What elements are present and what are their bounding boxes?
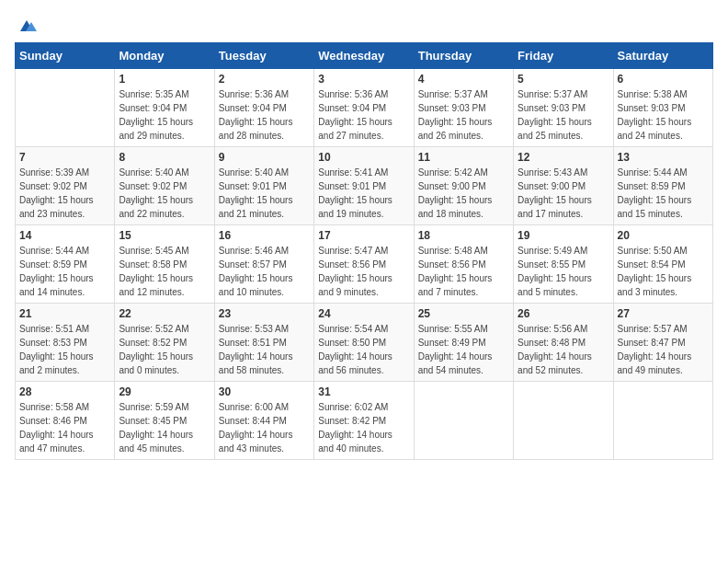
day-info: Sunrise: 5:55 AMSunset: 8:49 PMDaylight:… xyxy=(418,322,509,377)
day-number: 7 xyxy=(19,151,110,164)
calendar-cell: 9Sunrise: 5:40 AMSunset: 9:01 PMDaylight… xyxy=(214,147,313,225)
header-day-tuesday: Tuesday xyxy=(214,43,313,69)
calendar-cell: 24Sunrise: 5:54 AMSunset: 8:50 PMDayligh… xyxy=(314,304,414,382)
calendar-cell: 14Sunrise: 5:44 AMSunset: 8:59 PMDayligh… xyxy=(16,225,115,304)
day-number: 12 xyxy=(518,151,609,164)
calendar-cell: 29Sunrise: 5:59 AMSunset: 8:45 PMDayligh… xyxy=(115,382,214,460)
calendar-cell: 20Sunrise: 5:50 AMSunset: 8:54 PMDayligh… xyxy=(613,225,712,304)
day-number: 8 xyxy=(119,151,210,164)
day-info: Sunrise: 5:44 AMSunset: 8:59 PMDaylight:… xyxy=(618,166,709,221)
calendar-cell: 28Sunrise: 5:58 AMSunset: 8:46 PMDayligh… xyxy=(16,382,115,460)
day-number: 10 xyxy=(318,151,409,164)
day-info: Sunrise: 5:37 AMSunset: 9:03 PMDaylight:… xyxy=(418,87,509,143)
calendar-cell xyxy=(16,69,115,147)
day-info: Sunrise: 6:02 AMSunset: 8:42 PMDaylight:… xyxy=(318,400,409,455)
day-number: 20 xyxy=(618,229,709,242)
day-info: Sunrise: 5:44 AMSunset: 8:59 PMDaylight:… xyxy=(19,244,110,299)
calendar-cell: 3Sunrise: 5:36 AMSunset: 9:04 PMDaylight… xyxy=(314,69,414,147)
day-info: Sunrise: 5:50 AMSunset: 8:54 PMDaylight:… xyxy=(618,244,709,299)
day-number: 3 xyxy=(318,73,409,86)
day-info: Sunrise: 5:37 AMSunset: 9:03 PMDaylight:… xyxy=(518,87,609,143)
day-number: 18 xyxy=(418,229,509,242)
header-day-friday: Friday xyxy=(514,43,613,69)
day-number: 31 xyxy=(318,385,409,398)
calendar-cell: 2Sunrise: 5:36 AMSunset: 9:04 PMDaylight… xyxy=(214,69,313,147)
calendar-cell: 19Sunrise: 5:49 AMSunset: 8:55 PMDayligh… xyxy=(514,225,613,304)
day-number: 27 xyxy=(618,307,709,320)
day-info: Sunrise: 5:42 AMSunset: 9:00 PMDaylight:… xyxy=(418,166,509,221)
calendar-cell: 10Sunrise: 5:41 AMSunset: 9:01 PMDayligh… xyxy=(314,147,414,225)
calendar-cell: 8Sunrise: 5:40 AMSunset: 9:02 PMDaylight… xyxy=(115,147,214,225)
day-number: 11 xyxy=(418,151,509,164)
day-number: 22 xyxy=(119,307,210,320)
calendar-cell: 17Sunrise: 5:47 AMSunset: 8:56 PMDayligh… xyxy=(314,225,414,304)
calendar-table: SundayMondayTuesdayWednesdayThursdayFrid… xyxy=(15,42,713,460)
calendar-cell: 4Sunrise: 5:37 AMSunset: 9:03 PMDaylight… xyxy=(414,69,513,147)
day-info: Sunrise: 5:52 AMSunset: 8:52 PMDaylight:… xyxy=(119,322,210,377)
day-number: 9 xyxy=(219,151,310,164)
calendar-cell: 22Sunrise: 5:52 AMSunset: 8:52 PMDayligh… xyxy=(115,304,214,382)
day-number: 30 xyxy=(219,385,310,398)
calendar-cell: 7Sunrise: 5:39 AMSunset: 9:02 PMDaylight… xyxy=(16,147,115,225)
calendar-header: SundayMondayTuesdayWednesdayThursdayFrid… xyxy=(16,43,713,69)
calendar-cell xyxy=(414,382,513,460)
logo-triangle-icon xyxy=(17,15,37,35)
day-info: Sunrise: 5:59 AMSunset: 8:45 PMDaylight:… xyxy=(119,400,210,455)
calendar-cell: 30Sunrise: 6:00 AMSunset: 8:44 PMDayligh… xyxy=(214,382,313,460)
day-info: Sunrise: 5:49 AMSunset: 8:55 PMDaylight:… xyxy=(518,244,609,299)
calendar-cell: 16Sunrise: 5:46 AMSunset: 8:57 PMDayligh… xyxy=(214,225,313,304)
header-day-wednesday: Wednesday xyxy=(314,43,414,69)
day-number: 1 xyxy=(119,73,210,86)
header-day-monday: Monday xyxy=(115,43,214,69)
calendar-cell: 6Sunrise: 5:38 AMSunset: 9:03 PMDaylight… xyxy=(613,69,712,147)
day-number: 26 xyxy=(518,307,609,320)
header-day-saturday: Saturday xyxy=(613,43,712,69)
calendar-body: 1Sunrise: 5:35 AMSunset: 9:04 PMDaylight… xyxy=(16,69,713,460)
day-info: Sunrise: 5:56 AMSunset: 8:48 PMDaylight:… xyxy=(518,322,609,377)
day-info: Sunrise: 5:54 AMSunset: 8:50 PMDaylight:… xyxy=(318,322,409,377)
day-info: Sunrise: 6:00 AMSunset: 8:44 PMDaylight:… xyxy=(219,400,310,455)
calendar-cell: 21Sunrise: 5:51 AMSunset: 8:53 PMDayligh… xyxy=(16,304,115,382)
day-number: 21 xyxy=(19,307,110,320)
day-number: 13 xyxy=(618,151,709,164)
day-number: 24 xyxy=(318,307,409,320)
calendar-week-1: 1Sunrise: 5:35 AMSunset: 9:04 PMDaylight… xyxy=(16,69,713,147)
day-number: 28 xyxy=(19,385,110,398)
calendar-week-5: 28Sunrise: 5:58 AMSunset: 8:46 PMDayligh… xyxy=(16,382,713,460)
day-info: Sunrise: 5:57 AMSunset: 8:47 PMDaylight:… xyxy=(618,322,709,377)
day-number: 6 xyxy=(618,73,709,86)
day-info: Sunrise: 5:45 AMSunset: 8:58 PMDaylight:… xyxy=(119,244,210,299)
calendar-cell: 25Sunrise: 5:55 AMSunset: 8:49 PMDayligh… xyxy=(414,304,513,382)
calendar-cell: 13Sunrise: 5:44 AMSunset: 8:59 PMDayligh… xyxy=(613,147,712,225)
day-info: Sunrise: 5:39 AMSunset: 9:02 PMDaylight:… xyxy=(19,166,110,221)
day-info: Sunrise: 5:41 AMSunset: 9:01 PMDaylight:… xyxy=(318,166,409,221)
day-number: 25 xyxy=(418,307,509,320)
calendar-cell: 31Sunrise: 6:02 AMSunset: 8:42 PMDayligh… xyxy=(314,382,414,460)
day-info: Sunrise: 5:35 AMSunset: 9:04 PMDaylight:… xyxy=(119,87,210,143)
day-number: 15 xyxy=(119,229,210,242)
header-day-sunday: Sunday xyxy=(16,43,115,69)
day-info: Sunrise: 5:36 AMSunset: 9:04 PMDaylight:… xyxy=(219,87,310,143)
day-number: 19 xyxy=(518,229,609,242)
calendar-cell: 18Sunrise: 5:48 AMSunset: 8:56 PMDayligh… xyxy=(414,225,513,304)
calendar-cell: 5Sunrise: 5:37 AMSunset: 9:03 PMDaylight… xyxy=(514,69,613,147)
day-info: Sunrise: 5:58 AMSunset: 8:46 PMDaylight:… xyxy=(19,400,110,455)
day-info: Sunrise: 5:53 AMSunset: 8:51 PMDaylight:… xyxy=(219,322,310,377)
day-info: Sunrise: 5:46 AMSunset: 8:57 PMDaylight:… xyxy=(219,244,310,299)
day-number: 17 xyxy=(318,229,409,242)
day-info: Sunrise: 5:36 AMSunset: 9:04 PMDaylight:… xyxy=(318,87,409,143)
calendar-cell: 23Sunrise: 5:53 AMSunset: 8:51 PMDayligh… xyxy=(214,304,313,382)
day-info: Sunrise: 5:43 AMSunset: 9:00 PMDaylight:… xyxy=(518,166,609,221)
day-info: Sunrise: 5:40 AMSunset: 9:02 PMDaylight:… xyxy=(119,166,210,221)
calendar-cell: 12Sunrise: 5:43 AMSunset: 9:00 PMDayligh… xyxy=(514,147,613,225)
day-info: Sunrise: 5:47 AMSunset: 8:56 PMDaylight:… xyxy=(318,244,409,299)
day-number: 14 xyxy=(19,229,110,242)
calendar-cell: 11Sunrise: 5:42 AMSunset: 9:00 PMDayligh… xyxy=(414,147,513,225)
day-info: Sunrise: 5:51 AMSunset: 8:53 PMDaylight:… xyxy=(19,322,110,377)
calendar-week-2: 7Sunrise: 5:39 AMSunset: 9:02 PMDaylight… xyxy=(16,147,713,225)
day-number: 2 xyxy=(219,73,310,86)
day-info: Sunrise: 5:40 AMSunset: 9:01 PMDaylight:… xyxy=(219,166,310,221)
day-number: 23 xyxy=(219,307,310,320)
calendar-week-4: 21Sunrise: 5:51 AMSunset: 8:53 PMDayligh… xyxy=(16,304,713,382)
day-number: 4 xyxy=(418,73,509,86)
